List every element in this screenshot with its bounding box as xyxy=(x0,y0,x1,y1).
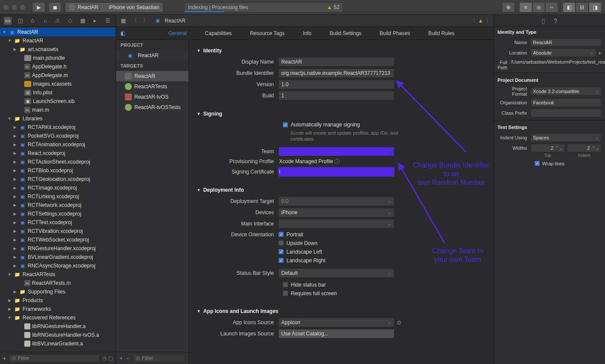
debug-tab-icon[interactable]: ▦ xyxy=(79,17,87,25)
class-prefix-input[interactable] xyxy=(530,109,602,117)
tree-file[interactable]: Images.xcassets xyxy=(0,80,116,88)
version-editor-icon[interactable]: ↔ xyxy=(545,2,558,13)
tree-file[interactable]: ▤Info.plist xyxy=(0,88,116,97)
tree-subproject[interactable]: ▶▣RCTNetwork.xcodeproj xyxy=(0,201,116,209)
zoom-window-icon[interactable] xyxy=(20,5,25,10)
tree-subproject[interactable]: ▶▣PocketSVG.xcodeproj xyxy=(0,132,116,140)
tree-file[interactable]: mReactARTests.m xyxy=(0,279,116,287)
issue-tab-icon[interactable]: ⚠ xyxy=(54,17,62,25)
toggle-navigator-icon[interactable]: ◧ xyxy=(563,2,576,13)
target-row[interactable]: ReactAR-tvOS xyxy=(116,92,189,102)
tab-build-settings[interactable]: Build Settings xyxy=(329,28,362,39)
landscape-left-checkbox[interactable]: ✓ xyxy=(278,249,284,254)
organization-input[interactable]: Facebook xyxy=(530,98,602,107)
tree-group-tests[interactable]: ▼📁ReactARTests xyxy=(0,270,116,279)
deployment-target-select[interactable]: 9.0⌄ xyxy=(278,196,394,206)
section-icons[interactable]: ▼App Icons and Launch Images xyxy=(197,308,486,314)
tree-folder[interactable]: ▶📁Supporting Files xyxy=(0,287,116,296)
add-button[interactable]: + xyxy=(3,355,6,362)
section-identity[interactable]: ▼Identity xyxy=(197,48,486,54)
tree-file[interactable]: libBVLinearGradient.a xyxy=(0,339,116,348)
toggle-inspector-icon[interactable]: ◨ xyxy=(589,2,602,13)
stop-button[interactable]: ◼ xyxy=(49,2,62,13)
section-deployment[interactable]: ▼Deployment Info xyxy=(197,187,486,193)
tree-subproject[interactable]: ▶▣RNGestureHandler.xcodeproj xyxy=(0,244,116,253)
tree-subproject[interactable]: ▶▣RCTWebSocket.xcodeproj xyxy=(0,235,116,244)
find-tab-icon[interactable]: ⌕ xyxy=(42,17,49,25)
main-interface-select[interactable]: ⌄ xyxy=(278,219,394,229)
tree-project-root[interactable]: ▼▣ReactAR xyxy=(0,28,116,36)
tree-group-libraries[interactable]: ▼📁Libraries xyxy=(0,114,116,123)
wrap-lines-checkbox[interactable]: ✓ xyxy=(534,161,540,166)
minimize-window-icon[interactable] xyxy=(12,5,17,10)
tab-build-rules[interactable]: Build Rules xyxy=(427,28,455,39)
project-format-select[interactable]: Xcode 3.2-compatible⌄ xyxy=(530,87,602,96)
launch-images-button[interactable]: Use Asset Catalog... xyxy=(278,329,394,338)
standard-editor-icon[interactable]: ≡ xyxy=(519,2,532,13)
close-window-icon[interactable] xyxy=(3,5,9,10)
source-control-tab-icon[interactable]: ◫ xyxy=(16,17,24,25)
tree-group-recovered[interactable]: ▼📁Recovered References xyxy=(0,313,116,322)
tree-subproject[interactable]: ▶▣RCTImage.xcodeproj xyxy=(0,184,116,192)
add-icon-source-button[interactable]: ⊙ xyxy=(397,319,401,325)
folder-icon[interactable]: ▸ xyxy=(599,50,602,56)
tree-group-products[interactable]: ▶📁Products xyxy=(0,296,116,305)
file-tree[interactable]: ▼▣ReactAR ▼📁ReactAR ▶📁art.scnassets main… xyxy=(0,27,116,352)
tree-subproject[interactable]: ▶▣RCTBlob.xcodeproj xyxy=(0,166,116,175)
editor-mode-segmented[interactable]: ≡ ◎ ↔ xyxy=(519,2,558,13)
version-input[interactable]: 1.0 xyxy=(278,80,394,89)
project-row[interactable]: ▣ReactAR xyxy=(116,50,189,61)
tab-capabilities[interactable]: Capabilities xyxy=(204,28,233,39)
tree-subproject[interactable]: ▶▣RCTARKit.xcodeproj xyxy=(0,123,116,132)
tree-subproject[interactable]: ▶▣RCTAnimation.xcodeproj xyxy=(0,140,116,149)
portrait-checkbox[interactable]: ✓ xyxy=(278,232,284,237)
tree-group-frameworks[interactable]: ▶📁Frameworks xyxy=(0,305,116,313)
target-row[interactable]: ReactAR xyxy=(116,71,189,81)
tree-subproject[interactable]: ▶▣RCTLinking.xcodeproj xyxy=(0,192,116,201)
back-button[interactable]: 〈 xyxy=(130,17,139,24)
info-icon[interactable]: ⓘ xyxy=(335,158,340,164)
tree-file[interactable]: mAppDelegate.m xyxy=(0,71,116,80)
recent-icon[interactable]: ◷ xyxy=(102,355,107,361)
section-signing[interactable]: ▼Signing xyxy=(197,111,486,117)
inspector-location-select[interactable]: Absolute⌄ xyxy=(530,48,596,57)
tree-group[interactable]: ▼📁ReactAR xyxy=(0,36,116,45)
tab-resource-tags[interactable]: Resource Tags xyxy=(249,28,286,39)
tree-subproject[interactable]: ▶▣RNCAsyncStorage.xcodeproj xyxy=(0,261,116,270)
tree-folder[interactable]: ▶📁art.scnassets xyxy=(0,45,116,54)
tree-file[interactable]: libRNGestureHandler.a xyxy=(0,322,116,331)
tree-file[interactable]: ▣LaunchScreen.xib xyxy=(0,97,116,106)
display-name-input[interactable]: ReactAR xyxy=(278,57,394,67)
tree-subproject[interactable]: ▶▣BVLinearGradient.xcodeproj xyxy=(0,253,116,261)
tree-subproject[interactable]: ▶▣RCTActionSheet.xcodeproj xyxy=(0,158,116,166)
tree-subproject[interactable]: ▶▣React.xcodeproj xyxy=(0,149,116,158)
bundle-identifier-input[interactable]: org.reactjs.native.example.ReactAR377717… xyxy=(278,68,394,78)
library-button[interactable]: ⊕ xyxy=(502,2,515,13)
tab-general[interactable]: General xyxy=(167,28,188,39)
inspector-name-input[interactable]: ReactAR xyxy=(530,38,602,47)
auto-signing-checkbox[interactable]: ✓ xyxy=(283,122,288,128)
run-button[interactable]: ▶ xyxy=(32,2,45,13)
tree-file[interactable]: mmain.m xyxy=(0,106,116,114)
hide-sidebar-icon[interactable]: ◧ xyxy=(116,30,129,36)
hide-statusbar-checkbox[interactable] xyxy=(283,282,288,287)
add-target-button[interactable]: + xyxy=(120,355,123,361)
tree-subproject[interactable]: ▶▣RCTText.xcodeproj xyxy=(0,218,116,227)
help-inspector-tab-icon[interactable]: ? xyxy=(554,17,557,24)
forward-button[interactable]: 〉 xyxy=(141,17,150,24)
scheme-selector[interactable]: ReactAR 〉 iPhone von Sebastian xyxy=(65,2,163,13)
scm-icon[interactable]: ▢ xyxy=(108,355,113,361)
tab-width-stepper[interactable]: 2⌃⌄ xyxy=(530,144,565,152)
build-input[interactable]: 1 xyxy=(278,91,394,100)
tree-file[interactable]: hAppDelegate.h xyxy=(0,62,116,71)
panel-toggle-segmented[interactable]: ◧ ⊟ ◨ xyxy=(563,2,602,13)
target-row[interactable]: ReactAR-tvOSTests xyxy=(116,102,189,113)
breakpoint-tab-icon[interactable]: ▸ xyxy=(91,17,99,25)
status-bar-select[interactable]: Default⌄ xyxy=(278,268,394,278)
target-filter-input[interactable]: ⊙Filter xyxy=(133,354,185,363)
file-inspector-tab-icon[interactable]: ▯ xyxy=(542,17,545,24)
project-navigator-tab-icon[interactable]: ▭ xyxy=(4,17,12,25)
app-icons-select[interactable]: AppIcon⌄ xyxy=(278,318,394,327)
navigator-filter-input[interactable]: ⊙Filter xyxy=(9,354,100,363)
issue-indicator[interactable]: ▲ 52 xyxy=(327,4,339,10)
